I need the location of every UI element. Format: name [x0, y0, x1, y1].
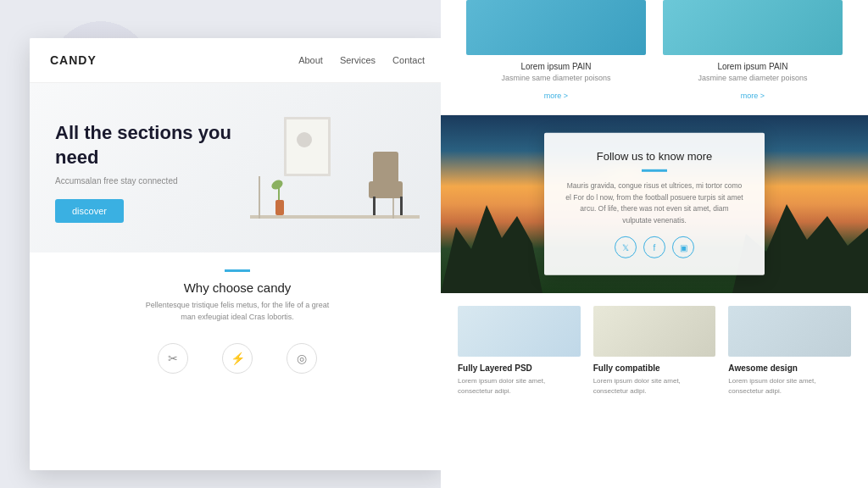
logo: CANDY	[50, 53, 97, 67]
twitter-button[interactable]: 𝕏	[615, 236, 637, 258]
bottom-features: Fully Layered PSD Lorem ipsum dolor site…	[441, 293, 868, 405]
feature-2: Fully compatible Lorem ipsum dolor site …	[593, 306, 716, 396]
feature-3-desc: Lorem ipsum dolor site amet, consectetur…	[728, 376, 851, 396]
desk-table	[250, 215, 420, 219]
card-2-image	[663, 0, 843, 55]
icon-item-wifi: ◎	[287, 343, 317, 374]
card-1-title: Lorem ipsum PAIN	[466, 62, 646, 71]
instagram-button[interactable]: ▣	[672, 236, 694, 258]
why-icons: ✂ ⚡ ◎	[55, 335, 420, 382]
landscape-section: Follow us to know more Mauris gravida, c…	[441, 115, 868, 293]
card-1-desc: Jasmine same diameter poisons	[466, 74, 646, 82]
wifi-icon: ◎	[287, 343, 317, 374]
feature-2-title: Fully compatible	[593, 363, 716, 373]
feature-3-image	[728, 306, 851, 357]
left-panel: CANDY About Services Contact All the sec…	[30, 38, 445, 470]
desk-leg-left	[259, 176, 260, 219]
social-icons: 𝕏 f ▣	[565, 236, 743, 258]
hero-text: All the sections you need Accumsalan fre…	[55, 121, 233, 223]
features-grid: Fully Layered PSD Lorem ipsum dolor site…	[458, 306, 851, 396]
hero-subtitle: Accumsalan free stay connected	[55, 176, 233, 186]
follow-text: Mauris gravida, congue risus et ultrices…	[565, 180, 743, 226]
feature-3-title: Awesome design	[728, 363, 851, 373]
discover-button[interactable]: discover	[55, 199, 124, 223]
frame-decoration	[284, 117, 331, 176]
card-2-more[interactable]: more >	[741, 92, 765, 100]
feature-1-image	[458, 306, 581, 357]
why-description: Pellentesque tristique felis metus, for …	[144, 300, 331, 323]
feature-3: Awesome design Lorem ipsum dolor site am…	[728, 306, 851, 396]
nav-links: About Services Contact	[298, 55, 425, 65]
feature-1: Fully Layered PSD Lorem ipsum dolor site…	[458, 306, 581, 396]
card-2-desc: Jasmine same diameter poisons	[663, 74, 843, 82]
icon-item-scissors: ✂	[158, 343, 188, 374]
nav-services[interactable]: Services	[340, 55, 376, 65]
feature-1-desc: Lorem ipsum dolor site amet, consectetur…	[458, 376, 581, 396]
chair-leg-left	[373, 197, 376, 215]
hero-title: All the sections you need	[55, 121, 233, 169]
right-panel: Lorem ipsum PAIN Jasmine same diameter p…	[441, 0, 868, 488]
icon-item-bolt: ⚡	[222, 343, 253, 374]
facebook-button[interactable]: f	[643, 236, 665, 258]
left-navbar: CANDY About Services Contact	[30, 38, 445, 83]
card-1-image	[466, 0, 646, 55]
hero-image	[233, 108, 420, 236]
card-1: Lorem ipsum PAIN Jasmine same diameter p…	[458, 0, 654, 102]
follow-title: Follow us to know more	[565, 150, 743, 163]
card-2: Lorem ipsum PAIN Jasmine same diameter p…	[654, 0, 851, 102]
feature-2-desc: Lorem ipsum dolor site amet, consectetur…	[593, 376, 716, 396]
scissors-icon: ✂	[158, 343, 188, 374]
frame-circle	[297, 132, 312, 147]
feature-1-title: Fully Layered PSD	[458, 363, 581, 373]
card-2-title: Lorem ipsum PAIN	[663, 62, 843, 71]
desk-scene	[233, 108, 420, 236]
card-1-more[interactable]: more >	[544, 92, 568, 100]
bolt-icon: ⚡	[222, 343, 253, 374]
chair-back	[373, 152, 398, 181]
follow-card: Follow us to know more Mauris gravida, c…	[544, 133, 765, 275]
why-accent-bar	[225, 269, 250, 272]
hero-section: All the sections you need Accumsalan fre…	[30, 83, 445, 252]
feature-2-image	[593, 306, 716, 357]
plant-vase	[275, 200, 284, 215]
why-section: Why choose candy Pellentesque tristique …	[30, 252, 445, 391]
follow-accent-bar	[642, 169, 667, 172]
nav-contact[interactable]: Contact	[392, 55, 425, 65]
plant-leaf	[270, 178, 284, 191]
chair	[369, 169, 407, 215]
chair-leg-right	[400, 197, 403, 215]
chair-seat	[369, 181, 403, 198]
nav-about[interactable]: About	[298, 55, 323, 65]
top-cards: Lorem ipsum PAIN Jasmine same diameter p…	[441, 0, 868, 115]
why-title: Why choose candy	[55, 280, 420, 295]
